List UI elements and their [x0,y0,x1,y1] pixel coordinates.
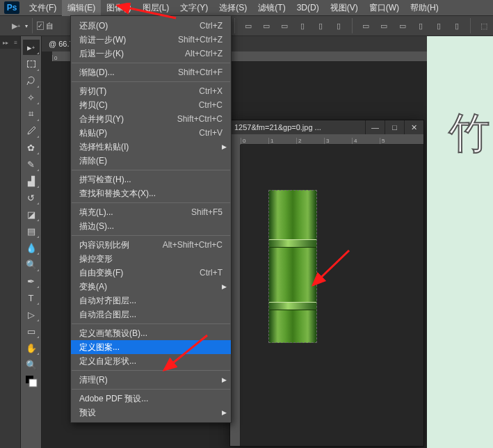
magic-wand-tool[interactable]: ✧ [23,90,40,105]
hand-tool[interactable]: ✋ [23,340,40,355]
menu-item-shortcut: Shift+Ctrl+F [178,67,223,77]
menu-item-描边s[interactable]: 描边(S)... [71,219,231,233]
align-top-icon[interactable]: ▭ [242,19,254,33]
window-minimize-button[interactable]: — [365,120,385,134]
distribute-top-icon[interactable]: ▭ [359,19,372,33]
distribute-left-icon[interactable]: ▯ [414,19,427,33]
window-close-button[interactable]: ✕ [404,120,423,134]
menu-item-shortcut: Shift+Ctrl+Z [178,35,223,45]
menu-item-填充l[interactable]: 填充(L)...Shift+F5 [71,205,231,219]
menu-item-label: 自动混合图层... [79,309,223,321]
menu-separator [72,170,230,170]
align-vcenter-icon[interactable]: ▭ [260,19,273,33]
menu-filter[interactable]: 滤镜(T) [252,0,291,16]
decorative-text: 竹 [448,106,490,162]
menu-item-shortcut: Ctrl+C [199,100,223,110]
floating-canvas[interactable] [241,145,423,446]
menu-item-自动对齐图层[interactable]: 自动对齐图层... [71,294,231,307]
align-left-icon[interactable]: ▯ [296,19,309,33]
menu-item-还原o[interactable]: 还原(O)Ctrl+Z [71,19,231,33]
menu-item-清除e[interactable]: 清除(E) [71,154,231,168]
menu-item-变换a[interactable]: 变换(A)▶ [71,280,231,294]
autoselect-label: 自 [46,21,54,31]
menu-item-拷贝c[interactable]: 拷贝(C)Ctrl+C [71,98,231,112]
menu-item-自由变换f[interactable]: 自由变换(F)Ctrl+T [71,266,231,280]
zoom-tool[interactable]: 🔍 [23,357,40,372]
move-tool-preset-icon[interactable]: ▶+ [10,19,22,33]
menu-item-后退一步k[interactable]: 后退一步(K)Alt+Ctrl+Z [71,47,231,61]
menu-item-渐隐d[interactable]: 渐隐(D)...Shift+Ctrl+F [71,65,231,79]
menu-item-拼写检查h[interactable]: 拼写检查(H)... [71,173,231,186]
toolbox: ▸+ ✧ ⌗ ✿ ✎ ▟ ↺ ◪ ▤ 💧 🔍 ✒ T ▷ ▭ ✋ 🔍 [21,36,42,448]
menu-separator [72,389,230,390]
eraser-tool[interactable]: ◪ [23,207,40,222]
menu-3d[interactable]: 3D(D) [291,1,325,15]
menu-item-label: 变换(A) [79,281,223,293]
rectangle-tool[interactable]: ▭ [23,323,40,339]
gutter-grip-icon[interactable]: ≡ [14,40,17,46]
menu-item-清理r[interactable]: 清理(R)▶ [71,373,231,387]
menu-item-shortcut: Ctrl+X [199,86,223,96]
menu-item-shortcut: Shift+Ctrl+C [177,114,223,124]
swatches[interactable] [23,374,40,389]
distribute-bottom-icon[interactable]: ▭ [396,19,409,33]
menu-item-adobepdf预设[interactable]: Adobe PDF 预设... [71,392,231,406]
menu-item-label: 渐隐(D)... [79,67,178,79]
menu-select[interactable]: 选择(S) [213,0,252,16]
window-maximize-button[interactable]: □ [385,120,404,134]
menu-type[interactable]: 文字(Y) [175,0,213,16]
gutter-collapse-icon[interactable]: ▸▸ [3,40,8,46]
move-tool[interactable]: ▸+ [23,40,40,55]
path-selection-tool[interactable]: ▷ [23,307,40,322]
pen-tool[interactable]: ✒ [23,273,40,289]
menu-item-label: 粘贴(P) [79,127,199,139]
autoselect-checkbox[interactable]: ✓ [37,22,44,30]
menu-item-选择性粘贴i[interactable]: 选择性粘贴(I)▶ [71,140,231,154]
gradient-tool[interactable]: ▤ [23,223,40,239]
healing-brush-tool[interactable]: ✿ [23,140,40,155]
align-hcenter-icon[interactable]: ▯ [314,19,327,33]
align-bottom-icon[interactable]: ▭ [278,19,291,33]
menu-item-自动混合图层[interactable]: 自动混合图层... [71,307,231,321]
menu-file[interactable]: 文件(F) [24,0,62,16]
menu-item-查找和替换文本x[interactable]: 查找和替换文本(X)... [71,186,231,200]
menu-item-剪切t[interactable]: 剪切(T)Ctrl+X [71,84,231,98]
menu-item-操控变形[interactable]: 操控变形 [71,252,231,266]
floating-window-title: 1257&fm=21&gp=0.jpg ... [234,123,321,131]
menu-item-预设[interactable]: 预设▶ [71,406,231,419]
dodge-tool[interactable]: 🔍 [23,257,40,272]
menu-item-label: 剪切(T) [79,86,199,97]
menu-item-前进一步w[interactable]: 前进一步(W)Shift+Ctrl+Z [71,33,231,47]
menu-item-内容识别比例[interactable]: 内容识别比例Alt+Shift+Ctrl+C [71,238,231,252]
distribute-right-icon[interactable]: ▯ [451,19,463,33]
brush-tool[interactable]: ✎ [23,157,40,172]
menu-item-label: 预设 [79,407,223,419]
menu-edit[interactable]: 编辑(E) [62,0,101,16]
submenu-arrow-icon: ▶ [222,409,227,416]
menu-item-粘贴p[interactable]: 粘贴(P)Ctrl+V [71,126,231,140]
menu-item-label: 自动对齐图层... [79,295,223,307]
menu-item-合并拷贝y[interactable]: 合并拷贝(Y)Shift+Ctrl+C [71,112,231,126]
floating-ruler-horizontal: 0 1 2 3 4 5 [241,134,423,145]
menu-item-label: 查找和替换文本(X)... [79,188,223,200]
marquee-tool[interactable] [23,56,40,72]
blur-tool[interactable]: 💧 [23,240,40,255]
history-brush-tool[interactable]: ↺ [23,190,40,205]
clone-stamp-tool[interactable]: ▟ [23,173,40,189]
type-tool[interactable]: T [23,290,40,305]
eyedropper-tool[interactable] [23,123,40,138]
menu-window[interactable]: 窗口(W) [364,0,405,16]
distribute-vcenter-icon[interactable]: ▭ [378,19,390,33]
align-right-icon[interactable]: ▯ [332,19,345,33]
floating-window-titlebar[interactable]: 1257&fm=21&gp=0.jpg ... — □ ✕ [230,120,423,134]
distribute-hcenter-icon[interactable]: ▯ [433,19,445,33]
crop-tool[interactable]: ⌗ [23,106,40,122]
3d-mode-icon[interactable]: ⬚ [478,19,490,33]
lasso-tool[interactable] [23,73,40,88]
menu-view[interactable]: 视图(V) [325,0,364,16]
menu-help[interactable]: 帮助(H) [405,0,444,16]
menu-separator [72,323,230,324]
menu-separator [72,202,230,203]
separator [234,18,235,33]
floating-ruler-vertical [230,145,241,446]
